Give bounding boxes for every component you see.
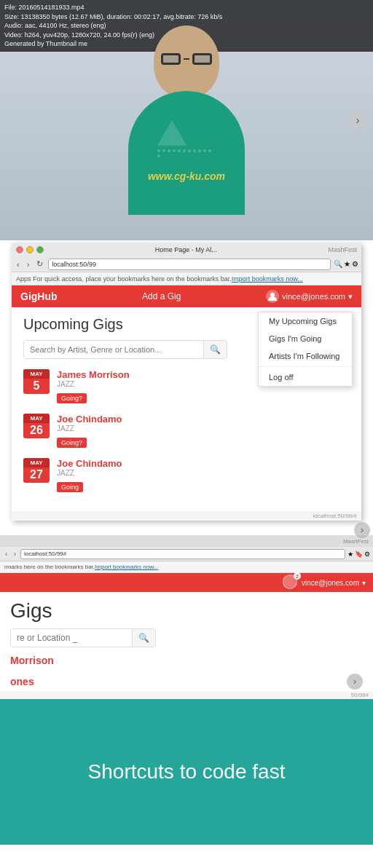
transition-area: › bbox=[0, 521, 373, 535]
browser-toolbar-label: MashFest bbox=[328, 246, 357, 253]
close-btn[interactable] bbox=[16, 246, 23, 253]
user-menu-2[interactable]: 2 vince@jones.com ▾ bbox=[283, 575, 366, 591]
bookmarks-bar-2: rmarks here on the bookmarks bar. Import… bbox=[0, 561, 373, 573]
app-header-2: 2 vince@jones.com ▾ bbox=[0, 573, 373, 592]
dots-decoration bbox=[157, 149, 216, 157]
import-bookmarks-link[interactable]: Import bookmarks now... bbox=[232, 275, 303, 283]
dropdown-gigs-going[interactable]: Gigs I'm Going bbox=[259, 330, 352, 347]
notification-badge: 2 bbox=[294, 572, 301, 580]
gig-date-badge: MAY 5 bbox=[23, 369, 50, 394]
gig-month: MAY bbox=[23, 458, 50, 467]
teal-title: Shortcuts to code fast bbox=[88, 760, 286, 784]
status-bar-2: 50/99# bbox=[0, 691, 373, 699]
bookmarks-text: For quick access, place your bookmarks h… bbox=[33, 275, 232, 283]
dropdown-logoff[interactable]: Log off bbox=[259, 368, 352, 386]
gig-date-badge: MAY 26 bbox=[23, 414, 50, 438]
browser-title-bar-1: Home Page - My Al... MashFest bbox=[12, 243, 361, 256]
gig-month: MAY bbox=[23, 369, 50, 379]
browser-window-2: MashFest ‹ › ★ 🔖 ⚙ rmarks here on the bo… bbox=[0, 535, 373, 699]
gig-status-badge[interactable]: Going? bbox=[57, 393, 87, 403]
content-next-arrow[interactable]: › bbox=[347, 674, 363, 690]
gig-date-badge: MAY 27 bbox=[23, 458, 50, 483]
dropdown-artists-following[interactable]: Artists I'm Following bbox=[259, 347, 352, 365]
person-silhouette bbox=[121, 25, 252, 215]
star-icon[interactable]: ★ bbox=[344, 260, 350, 268]
shirt-design bbox=[157, 120, 216, 157]
user-dropdown-menu: My Upcoming Gigs Gigs I'm Going Artists … bbox=[258, 312, 353, 387]
browser-tab-title: Home Page - My Al... bbox=[44, 246, 328, 253]
second-artist-name[interactable]: ones bbox=[10, 676, 34, 687]
gig-artist[interactable]: Joe Chindamo bbox=[57, 458, 350, 469]
forward-button-2[interactable]: › bbox=[12, 550, 18, 559]
add-gig-link[interactable]: Add a Gig bbox=[142, 291, 181, 301]
browser-status-bar: localhost:50/99/# bbox=[12, 511, 361, 521]
maximize-btn[interactable] bbox=[36, 246, 44, 253]
settings-icon-2[interactable]: ⚙ bbox=[364, 551, 370, 558]
browser-icon-group: 🔍 ★ ⚙ bbox=[334, 260, 358, 268]
user-menu[interactable]: vince@jones.com ▾ My Upcoming Gigs Gigs … bbox=[266, 290, 353, 303]
browser-title-bar-2: MashFest bbox=[0, 535, 373, 547]
dropdown-my-gigs[interactable]: My Upcoming Gigs bbox=[259, 312, 352, 330]
gig-status-badge[interactable]: Going bbox=[57, 482, 83, 492]
browser-window-1: Home Page - My Al... MashFest ‹ › ↻ 🔍 ★ … bbox=[12, 243, 361, 521]
gig-artist-2[interactable]: Morrison bbox=[10, 655, 363, 666]
gig-status-badge[interactable]: Going? bbox=[57, 438, 87, 448]
reload-button[interactable]: ↻ bbox=[34, 259, 45, 269]
person-body bbox=[128, 91, 245, 215]
gig-info: Joe Chindamo JAZZ Going bbox=[57, 458, 350, 492]
main-content-2: Gigs 🔍 Morrison bbox=[0, 592, 373, 671]
settings-icon[interactable]: ⚙ bbox=[352, 260, 358, 268]
glasses-lens-left bbox=[161, 53, 181, 65]
gig-info: Joe Chindamo JAZZ Going? bbox=[57, 414, 350, 448]
app-header-1: GigHub Add a Gig vince@jones.com ▾ My Up… bbox=[12, 285, 361, 307]
teal-section: Shortcuts to code fast bbox=[0, 699, 373, 845]
video-area: File: 20160514181933.mp4 Size: 13138350 … bbox=[0, 0, 373, 240]
app-logo: GigHub bbox=[20, 291, 58, 302]
address-bar[interactable] bbox=[48, 259, 331, 270]
gig-month: MAY bbox=[23, 414, 50, 423]
browser-toolbar-1: ‹ › ↻ 🔍 ★ ⚙ bbox=[12, 256, 361, 272]
dropdown-arrow: ▾ bbox=[348, 292, 353, 301]
glasses-lens-right bbox=[192, 53, 212, 65]
glasses-bridge bbox=[184, 58, 189, 60]
forward-button[interactable]: › bbox=[25, 259, 32, 269]
minimize-btn[interactable] bbox=[26, 246, 34, 253]
gig-day: 5 bbox=[27, 380, 46, 392]
user-avatar bbox=[266, 290, 279, 303]
search-icon[interactable]: 🔍 bbox=[334, 260, 342, 268]
gig-item: MAY 27 Joe Chindamo JAZZ Going bbox=[23, 458, 350, 492]
bookmark-icon-2[interactable]: 🔖 bbox=[355, 551, 363, 558]
search-submit-btn-2[interactable]: 🔍 bbox=[132, 629, 155, 647]
user-email: vince@jones.com bbox=[282, 292, 345, 301]
browser-toolbar-2: ‹ › ★ 🔖 ⚙ bbox=[0, 547, 373, 561]
browser-icons-2: ★ 🔖 ⚙ bbox=[348, 551, 370, 558]
import-bookmarks-link-2[interactable]: Import bookmarks now... bbox=[95, 564, 158, 570]
search-bar-2: 🔍 bbox=[10, 628, 156, 647]
gigs-list: MAY 5 James Morrison JAZZ Going? MAY 26 … bbox=[23, 369, 350, 492]
gig-genre: JAZZ bbox=[57, 469, 350, 477]
bookmarks-bar-1: Apps For quick access, place your bookma… bbox=[12, 272, 361, 285]
dropdown-arrow-2: ▾ bbox=[362, 579, 366, 587]
gig-genre: JAZZ bbox=[57, 425, 350, 433]
avatar-with-badge: 2 bbox=[283, 575, 299, 591]
gig-artist[interactable]: Joe Chindamo bbox=[57, 414, 350, 425]
back-button-2[interactable]: ‹ bbox=[3, 550, 9, 559]
star-icon-2[interactable]: ★ bbox=[348, 551, 353, 558]
gig-day: 27 bbox=[27, 469, 46, 481]
back-button[interactable]: ‹ bbox=[15, 259, 22, 269]
gig-item: MAY 26 Joe Chindamo JAZZ Going? bbox=[23, 414, 350, 448]
section-next-arrow[interactable]: › bbox=[354, 522, 370, 538]
second-artist-row: ones › bbox=[0, 671, 373, 691]
person-glasses bbox=[161, 53, 212, 65]
bookmarks-text-2: rmarks here on the bookmarks bar. bbox=[4, 564, 95, 570]
search-input-2[interactable] bbox=[11, 629, 132, 647]
browser-window-controls bbox=[16, 246, 44, 253]
apps-label: Apps bbox=[16, 275, 31, 283]
search-submit-btn[interactable]: 🔍 bbox=[203, 341, 227, 358]
search-input[interactable] bbox=[24, 342, 203, 358]
address-bar-2[interactable] bbox=[20, 549, 345, 559]
page-title-2: Gigs bbox=[10, 599, 363, 623]
video-next-arrow[interactable]: › bbox=[348, 111, 367, 130]
user-email-2: vince@jones.com bbox=[302, 579, 359, 587]
gig-day: 26 bbox=[27, 425, 46, 436]
